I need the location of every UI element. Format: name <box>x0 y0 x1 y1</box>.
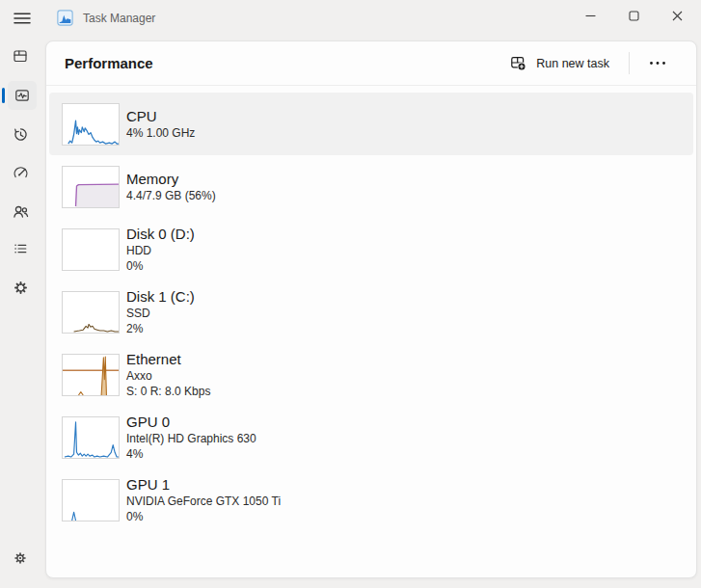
performance-item-gpu1[interactable]: GPU 1 NVIDIA GeForce GTX 1050 Ti0% <box>49 468 693 531</box>
performance-thumbnail-graph <box>62 354 120 396</box>
panel-header: Performance Run new task <box>46 41 696 86</box>
maximize-button[interactable] <box>612 0 656 32</box>
performance-item-meta: CPU 4% 1.00 GHz <box>126 107 195 141</box>
sidebar-item-details[interactable] <box>6 234 35 263</box>
sidebar-item-services[interactable] <box>6 273 35 302</box>
run-new-task-label: Run new task <box>536 57 609 70</box>
services-cog-icon <box>13 280 29 296</box>
run-new-task-button[interactable]: Run new task <box>501 49 618 77</box>
performance-thumbnail-graph <box>62 166 120 208</box>
processes-icon <box>13 48 28 64</box>
performance-item-detail: Axxo <box>126 368 210 384</box>
main-panel: Performance Run new task <box>45 40 697 578</box>
titlebar: Task Manager <box>0 0 701 40</box>
performance-item-gpu0[interactable]: GPU 0 Intel(R) HD Graphics 6304% <box>49 406 693 468</box>
performance-item-details: 4% 1.00 GHz <box>126 125 195 141</box>
performance-icon <box>14 88 30 103</box>
ellipsis-icon <box>649 61 666 66</box>
minimize-button[interactable] <box>569 0 612 32</box>
performance-item-detail: 4.4/7.9 GB (56%) <box>126 188 216 203</box>
performance-item-memory[interactable]: Memory 4.4/7.9 GB (56%) <box>49 155 693 218</box>
performance-item-meta: Ethernet AxxoS: 0 R: 8.0 Kbps <box>126 350 210 399</box>
users-icon <box>13 203 29 220</box>
sidebar-item-settings[interactable] <box>6 544 35 573</box>
window-title: Task Manager <box>83 12 155 25</box>
performance-item-title: Disk 1 (C:) <box>126 287 195 306</box>
details-list-icon <box>13 241 28 256</box>
performance-item-meta: Disk 1 (C:) SSD2% <box>126 287 195 336</box>
performance-item-meta: Disk 0 (D:) HDD0% <box>126 225 195 274</box>
performance-item-detail: 4% <box>126 446 256 462</box>
performance-item-detail: 0% <box>126 258 195 274</box>
performance-item-title: Disk 0 (D:) <box>126 225 195 243</box>
settings-gear-icon <box>13 550 28 566</box>
performance-item-disk0[interactable]: Disk 0 (D:) HDD0% <box>49 218 693 281</box>
performance-item-details: AxxoS: 0 R: 8.0 Kbps <box>126 368 210 399</box>
hamburger-menu-button[interactable] <box>8 5 37 32</box>
performance-item-meta: GPU 0 Intel(R) HD Graphics 6304% <box>126 413 256 462</box>
app-identity: Task Manager <box>57 10 155 26</box>
performance-item-title: GPU 1 <box>126 475 281 494</box>
performance-item-title: GPU 0 <box>126 413 256 431</box>
performance-thumbnail-graph <box>62 228 120 271</box>
performance-list: CPU 4% 1.00 GHz Memory 4.4/7.9 GB (56%) … <box>49 93 693 531</box>
performance-item-detail: NVIDIA GeForce GTX 1050 Ti <box>126 494 281 509</box>
sidebar-item-performance[interactable] <box>8 81 37 110</box>
performance-thumbnail-graph <box>62 291 120 334</box>
performance-item-detail: Intel(R) HD Graphics 630 <box>126 431 256 446</box>
sidebar-item-processes[interactable] <box>6 41 35 70</box>
sidebar-item-app-history[interactable] <box>6 120 35 148</box>
performance-item-title: Memory <box>126 170 216 188</box>
page-title: Performance <box>65 55 501 71</box>
task-manager-logo-icon <box>57 10 73 26</box>
more-options-button[interactable] <box>640 54 675 72</box>
performance-item-meta: Memory 4.4/7.9 GB (56%) <box>126 170 216 203</box>
sidebar-item-users[interactable] <box>6 197 35 226</box>
hamburger-icon <box>13 12 31 25</box>
performance-item-detail: 0% <box>126 509 281 524</box>
window-controls <box>569 0 699 32</box>
minimize-icon <box>585 11 596 21</box>
performance-item-details: NVIDIA GeForce GTX 1050 Ti0% <box>126 494 281 524</box>
performance-thumbnail-graph <box>62 479 120 521</box>
performance-item-title: Ethernet <box>126 350 210 368</box>
performance-item-details: SSD2% <box>126 306 195 336</box>
sidebar-item-startup-apps[interactable] <box>6 158 35 187</box>
performance-item-detail: 4% 1.00 GHz <box>126 125 195 141</box>
performance-item-detail: SSD <box>126 306 195 321</box>
performance-item-details: HDD0% <box>126 243 195 274</box>
performance-item-detail: 2% <box>126 321 195 336</box>
app-history-icon <box>13 126 29 143</box>
toolbar-divider <box>629 52 630 74</box>
close-icon <box>672 11 683 21</box>
performance-item-cpu[interactable]: CPU 4% 1.00 GHz <box>49 93 693 155</box>
selected-accent-pill <box>2 88 5 103</box>
performance-item-ethernet[interactable]: Ethernet AxxoS: 0 R: 8.0 Kbps <box>49 343 693 406</box>
maximize-icon <box>629 11 639 21</box>
performance-item-disk1[interactable]: Disk 1 (C:) SSD2% <box>49 281 693 343</box>
toolbar: Run new task <box>501 49 675 77</box>
performance-item-details: 4.4/7.9 GB (56%) <box>126 188 216 203</box>
performance-item-details: Intel(R) HD Graphics 6304% <box>126 431 256 462</box>
new-window-plus-icon <box>510 55 526 71</box>
close-button[interactable] <box>656 0 699 32</box>
startup-apps-icon <box>13 165 29 181</box>
performance-item-detail: S: 0 R: 8.0 Kbps <box>126 384 210 399</box>
performance-thumbnail-graph <box>62 103 120 146</box>
performance-item-title: CPU <box>126 107 195 125</box>
performance-thumbnail-graph <box>62 416 120 459</box>
performance-item-detail: HDD <box>126 243 195 258</box>
performance-item-meta: GPU 1 NVIDIA GeForce GTX 1050 Ti0% <box>126 475 281 524</box>
